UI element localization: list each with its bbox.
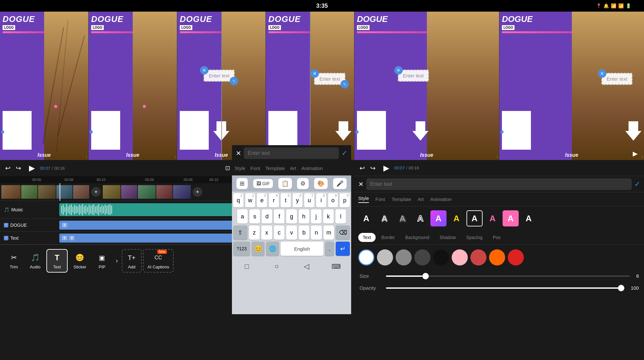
clip-1[interactable] — [1, 185, 21, 199]
size-slider-track[interactable] — [386, 275, 630, 277]
color-white[interactable] — [358, 249, 374, 265]
right-tab-style[interactable]: Style — [358, 195, 369, 203]
sticker-btn[interactable]: 😊 Sticker — [69, 250, 91, 272]
opacity-slider-thumb[interactable] — [618, 285, 624, 291]
color-silver[interactable] — [377, 249, 393, 265]
key-n[interactable]: n — [311, 225, 322, 240]
clip-3[interactable] — [38, 185, 56, 199]
add-clip-btn-1[interactable]: + — [91, 187, 101, 197]
right-redo-btn[interactable]: ↪ — [370, 164, 376, 172]
right-play-btn-4[interactable]: ▶ — [633, 150, 638, 157]
right-confirm-btn[interactable]: ✓ — [634, 180, 640, 188]
key-q[interactable]: q1 — [233, 193, 244, 207]
font-style-extra[interactable]: A — [521, 210, 537, 226]
keyboard-close-btn[interactable]: ✕ — [236, 149, 241, 157]
key-d[interactable]: d — [262, 209, 272, 224]
color-black[interactable] — [433, 249, 449, 265]
sub-tab-pos[interactable]: Pos — [488, 233, 505, 242]
color-orange[interactable] — [489, 249, 505, 265]
enter-text-overlay-3[interactable]: ✕ Enter text ⤡ — [204, 70, 235, 82]
audio-btn[interactable]: 🎵 Audio — [25, 250, 45, 272]
nav-keyboard-btn[interactable]: ⌨ — [330, 260, 343, 273]
right-tab-animation[interactable]: Animation — [430, 196, 452, 202]
nav-home-btn[interactable]: □ — [240, 260, 253, 273]
clip-10[interactable] — [173, 185, 191, 199]
clip-6[interactable] — [103, 185, 120, 199]
color-red-dark[interactable] — [508, 249, 524, 265]
key-enter[interactable]: ↵ — [336, 242, 350, 256]
right-enter-text-4[interactable]: ✕ Enter text — [601, 73, 632, 85]
key-w[interactable]: w2 — [245, 193, 255, 207]
kb-grid-btn[interactable]: ⊞ — [236, 178, 248, 189]
font-style-yellow[interactable]: A — [448, 210, 465, 226]
sub-tab-spacing[interactable]: Spacing — [462, 233, 487, 242]
font-style-shadow2[interactable]: A — [394, 210, 410, 226]
font-style-shadow1[interactable]: A — [376, 210, 392, 226]
font-style-border[interactable]: A — [466, 210, 483, 226]
right-enter-text-3[interactable]: ✕ Enter text — [398, 70, 429, 82]
key-h[interactable]: h — [299, 209, 309, 224]
key-t[interactable]: t5 — [281, 193, 291, 207]
key-b[interactable]: b — [299, 225, 310, 240]
redo-btn-left[interactable]: ↪ — [16, 164, 21, 172]
font-style-pink-fill[interactable]: A — [503, 210, 519, 226]
opacity-slider-track[interactable] — [386, 287, 624, 289]
play-btn-left[interactable]: ▶ — [29, 164, 35, 173]
right-play-btn[interactable]: ▶ — [383, 164, 389, 173]
expand-btn-left[interactable]: ⊡ — [225, 165, 230, 172]
kb-settings-btn[interactable]: ⚙ — [297, 178, 309, 189]
trim-btn[interactable]: ✂ Trim — [4, 250, 24, 272]
right-close-btn[interactable]: ✕ — [358, 180, 364, 188]
pip-btn[interactable]: ▣ PIP — [92, 250, 112, 272]
font-style-pink[interactable]: A — [485, 210, 501, 226]
key-s[interactable]: s — [249, 209, 260, 224]
key-y[interactable]: y6 — [293, 193, 303, 207]
key-a[interactable]: a — [237, 209, 248, 224]
right-undo-btn[interactable]: ↩ — [360, 164, 365, 172]
more-tools-btn[interactable]: › — [113, 255, 120, 267]
key-x[interactable]: x — [261, 225, 272, 240]
dogue-track-content[interactable]: T — [59, 221, 234, 230]
kb-mic-btn[interactable]: 🎤 — [333, 178, 347, 189]
key-j[interactable]: j — [311, 209, 322, 224]
color-gray[interactable] — [396, 249, 412, 265]
nav-recent-btn[interactable]: ◁ — [300, 260, 313, 273]
text-track-content[interactable]: T T — [59, 234, 234, 243]
clip-5[interactable] — [73, 185, 89, 199]
key-c[interactable]: c — [274, 225, 285, 240]
nav-back-btn[interactable]: ○ — [270, 260, 283, 273]
key-shift[interactable]: ⇧ — [233, 225, 247, 240]
color-red-mid[interactable] — [470, 249, 486, 265]
right-tab-font[interactable]: Font — [375, 196, 385, 202]
sub-tab-border[interactable]: Border — [377, 233, 399, 242]
size-slider-thumb[interactable] — [422, 273, 429, 279]
right-overlay-close-4[interactable]: ✕ — [598, 69, 606, 78]
key-p[interactable]: p0 — [340, 193, 350, 207]
right-tab-template[interactable]: Template — [391, 196, 411, 202]
overlay-close-4[interactable]: ✕ — [311, 69, 319, 78]
kb-gif-btn[interactable]: 🖼 GIF — [253, 179, 273, 188]
kb-clipboard-btn[interactable]: 📋 — [278, 178, 292, 189]
clip-9[interactable] — [156, 185, 172, 199]
undo-btn-left[interactable]: ↩ — [5, 164, 11, 172]
key-o[interactable]: o9 — [328, 193, 338, 207]
clip-7[interactable] — [121, 185, 137, 199]
key-z[interactable]: z — [249, 225, 260, 240]
overlay-close-3[interactable]: ✕ — [200, 66, 208, 75]
kb-palette-btn[interactable]: 🎨 — [314, 178, 328, 189]
key-period[interactable]: . — [325, 242, 334, 256]
tab-art[interactable]: Art — [290, 165, 296, 171]
font-style-plain[interactable]: A — [358, 210, 374, 226]
overlay-resize-4[interactable]: ⤡ — [341, 80, 349, 88]
sub-tab-background[interactable]: Background — [401, 233, 434, 242]
tab-template[interactable]: Template — [265, 165, 285, 171]
right-text-input[interactable] — [366, 178, 632, 190]
color-light-pink[interactable] — [452, 249, 468, 265]
tab-font[interactable]: Font — [250, 165, 260, 171]
right-tab-art[interactable]: Art — [418, 196, 424, 202]
key-l[interactable]: l — [335, 209, 346, 224]
font-style-outline[interactable]: A — [412, 210, 428, 226]
sub-tab-shadow[interactable]: Shadow — [435, 233, 460, 242]
key-i[interactable]: i8 — [316, 193, 326, 207]
add-text-btn[interactable]: T+ Add — [122, 249, 142, 273]
